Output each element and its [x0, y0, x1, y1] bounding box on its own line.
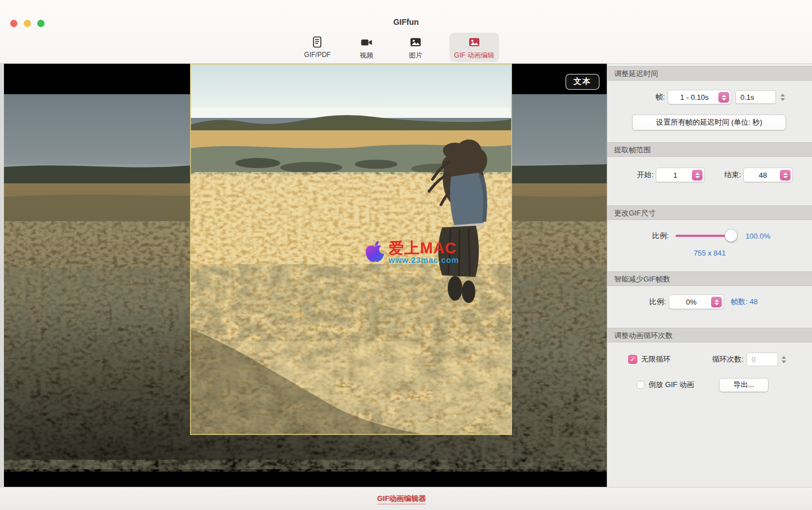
- tab-label: 视频: [360, 51, 373, 60]
- gif-dimensions: 755 x 841: [607, 249, 812, 257]
- section-title: 调整延迟时间: [614, 69, 658, 78]
- slider-thumb[interactable]: [725, 229, 738, 242]
- set-all-delay-button[interactable]: 设置所有帧的延迟时间 (单位: 秒): [632, 115, 786, 130]
- infinite-loop-checkbox[interactable]: ✓: [628, 355, 637, 364]
- delay-stepper[interactable]: [778, 90, 787, 104]
- export-button[interactable]: 导出...: [719, 378, 769, 392]
- stepper-icon[interactable]: [718, 92, 729, 103]
- section-title: 提取帧范围: [614, 146, 651, 154]
- start-label: 开始:: [607, 170, 654, 180]
- reverse-gif-label: 倒放 GIF 动画: [648, 380, 694, 390]
- section-header-delay: 调整延迟时间: [607, 66, 812, 81]
- app-window: GIFfun GIF/PDF 视频: [0, 0, 812, 510]
- tab-video[interactable]: 视频: [345, 33, 388, 62]
- image-icon: [409, 34, 422, 50]
- window-edge-strip: [0, 64, 4, 487]
- tab-gif-animation-edit[interactable]: GIF 动画编辑: [449, 33, 499, 62]
- frame-count: 帧数: 48: [731, 297, 758, 307]
- status-bar: GIF动画编辑器: [0, 487, 812, 510]
- settings-sidebar: 调整延迟时间 帧: 1 - 0.10s 0.1s 设置所有帧的延迟时间 (单位:…: [607, 64, 812, 487]
- scale-label: 比例:: [607, 231, 669, 241]
- tab-label: 图片: [409, 51, 422, 60]
- section-header-reduce-frames: 智能减少GIF帧数: [607, 271, 812, 286]
- section-title: 智能减少GIF帧数: [614, 275, 670, 283]
- document-icon: [311, 34, 324, 50]
- slider-fill: [676, 235, 731, 237]
- window-title: GIFfun: [0, 17, 812, 27]
- end-frame-select[interactable]: 48: [743, 168, 793, 182]
- section-header-frame-range: 提取帧范围: [607, 142, 812, 157]
- section-header-resize: 更改GIF尺寸: [607, 205, 812, 220]
- section-title: 调整动画循环次数: [614, 331, 673, 340]
- stepper-icon[interactable]: [780, 170, 791, 181]
- status-link[interactable]: GIF动画编辑器: [377, 494, 426, 504]
- scale-percent: 100.0%: [745, 232, 770, 240]
- frame-label: 帧:: [607, 92, 665, 102]
- tab-gif-pdf[interactable]: GIF/PDF: [296, 33, 339, 62]
- add-text-button[interactable]: 文本: [566, 74, 599, 90]
- watermark-url: www.23mac.com: [389, 256, 459, 265]
- delay-seconds-value: 0.1s: [740, 93, 754, 102]
- title-bar: GIFfun GIF/PDF 视频: [0, 0, 812, 64]
- site-watermark: 爱上MAC www.23mac.com: [364, 240, 459, 266]
- loop-count-value: 0: [752, 355, 756, 364]
- tab-image[interactable]: 图片: [394, 33, 437, 62]
- watermark-title: 爱上MAC: [389, 240, 459, 257]
- loop-count-input[interactable]: 0: [747, 353, 778, 366]
- video-camera-icon: [360, 34, 373, 50]
- start-frame-select[interactable]: 1: [656, 168, 705, 182]
- loop-count-stepper[interactable]: [780, 352, 788, 367]
- reduce-ratio-label: 比例:: [607, 297, 666, 307]
- section-title: 更改GIF尺寸: [614, 209, 656, 217]
- stepper-icon[interactable]: [711, 297, 722, 307]
- infinite-loop-label: 无限循环: [641, 354, 670, 364]
- frame-delay-select[interactable]: 1 - 0.10s: [668, 90, 731, 104]
- reduce-ratio-select[interactable]: 0%: [669, 294, 724, 309]
- reverse-gif-checkbox[interactable]: [637, 381, 645, 389]
- gif-image-icon: [467, 34, 481, 50]
- stepper-icon[interactable]: [692, 170, 703, 181]
- loop-count-label: 循环次数:: [712, 354, 744, 364]
- apple-logo-icon: [364, 240, 386, 266]
- delay-seconds-input[interactable]: 0.1s: [735, 90, 776, 104]
- tab-label: GIF 动画编辑: [454, 51, 494, 60]
- gif-preview-scene: [0, 64, 607, 487]
- end-label: 结束:: [716, 170, 741, 180]
- tab-label: GIF/PDF: [304, 51, 330, 59]
- scale-slider[interactable]: [676, 229, 731, 243]
- gif-preview-area: 文本 爱上MAC www.23mac.com: [0, 64, 607, 487]
- section-header-loop: 调整动画循环次数: [607, 328, 812, 342]
